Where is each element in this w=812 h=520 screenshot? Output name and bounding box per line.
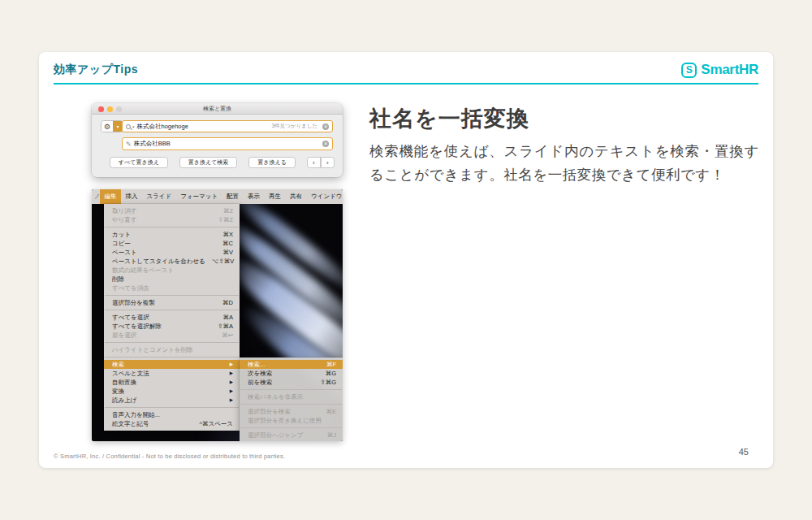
menu-item-shortcut: ⌘E: [319, 407, 336, 416]
menu-item-shortcut: ⌘F: [320, 360, 336, 369]
menu-item-label: 次を検索: [248, 369, 272, 378]
menu-item-shortcut: ⌘V: [216, 248, 233, 257]
clear-search-icon[interactable]: ✕: [322, 124, 329, 130]
submenu-arrow-icon: ▶: [230, 387, 233, 396]
menu-item-label: コピー: [112, 239, 131, 248]
menu-item-label: カット: [112, 230, 131, 239]
slide-card: 効率アップTips S SmartHR 検索と置換 ⚙ ▾ ▾ 株式会社hoge…: [39, 52, 773, 468]
menu-item-label: すべてを選択解除: [112, 322, 162, 331]
menu-item-label: 読み上げ: [112, 396, 136, 405]
menu-item-label: ペーストしてスタイルを合わせる: [112, 257, 205, 266]
minimize-button[interactable]: [107, 106, 113, 112]
page-number: 45: [729, 447, 749, 457]
find-nav-group: ‹›: [307, 157, 335, 168]
dialog-titlebar[interactable]: 検索と置換: [92, 103, 343, 115]
next-match-button[interactable]: ›: [321, 157, 335, 168]
menu-separator: [104, 224, 240, 230]
menu-item[interactable]: すべてを選択⌘A: [104, 313, 240, 322]
previous-match-button[interactable]: ‹: [307, 157, 321, 168]
menu-item-label: ペースト: [112, 248, 137, 257]
menu-separator: [240, 401, 343, 407]
edit-menu-panel: 取り消す⌘Zやり直す⇧⌘Zカット⌘Xコピー⌘Cペースト⌘Vペーストしてスタイルを…: [104, 204, 240, 431]
menu-item[interactable]: ペースト⌘V: [104, 248, 240, 257]
menu-item-shortcut: ^⌘スペース: [192, 419, 233, 428]
menubar-item[interactable]: ウインドウ: [307, 189, 343, 204]
menu-item[interactable]: 次を検索⌘G: [240, 369, 343, 378]
menubar-item[interactable]: 配置: [222, 189, 244, 204]
close-button[interactable]: [98, 106, 104, 112]
menu-item[interactable]: 絵文字と記号^⌘スペース: [104, 419, 240, 428]
replace-value[interactable]: 株式会社BBB: [134, 140, 171, 148]
gear-icon[interactable]: ⚙: [102, 121, 113, 132]
menu-item-label: 選択部分を検索: [248, 407, 291, 416]
menu-item[interactable]: 読み上げ▶: [104, 396, 240, 405]
menu-item[interactable]: 変換▶: [104, 387, 240, 396]
menubar-item[interactable]: 編集: [100, 189, 121, 204]
menubar-item[interactable]: 再生: [265, 189, 286, 204]
menu-item[interactable]: 検索...⌘F: [240, 360, 343, 369]
menu-item-label: 選択部分を置き換えに使用: [248, 416, 322, 425]
menu-item: すべてを消去: [104, 284, 240, 292]
content-body-text: 検索機能を使えば、スライド内のテキストを検索・置換することができます。社名を一括…: [369, 140, 759, 187]
clear-replace-icon[interactable]: ✕: [322, 141, 329, 147]
menu-separator: [104, 340, 240, 345]
copyright-text: © SmartHR, Inc. / Confidential - Not to …: [54, 453, 285, 460]
menu-item: 取り消す⌘Z: [104, 206, 240, 215]
menu-item-label: スペルと文法: [112, 369, 149, 378]
menubar-item[interactable]: スライド: [142, 189, 176, 204]
menu-item: 検索パネルを非表示: [240, 392, 343, 401]
menu-item[interactable]: コピー⌘C: [104, 239, 240, 248]
find-submenu-panel: 検索...⌘F次を検索⌘G前を検索⇧⌘G検索パネルを非表示選択部分を検索⌘E選択…: [240, 358, 343, 441]
slide-header: 効率アップTips S SmartHR: [54, 60, 758, 84]
menu-item-label: 検索...: [248, 360, 265, 369]
replace-all-button[interactable]: すべて置き換え: [110, 157, 168, 168]
menubar-item[interactable]: 挿入: [121, 189, 142, 204]
menu-separator: [240, 387, 343, 392]
smarthr-logo-icon: S: [681, 63, 697, 78]
traffic-lights: [98, 106, 122, 112]
menu-item-label: ハイライトとコメントを削除: [112, 345, 192, 354]
menu-item[interactable]: 前を検索⇧⌘G: [240, 378, 343, 387]
menubar-item[interactable]: 共有: [286, 189, 307, 204]
find-replace-dialog: 検索と置換 ⚙ ▾ ▾ 株式会社hogehoge 3件見つかりました ✕ ✎ 株…: [92, 103, 343, 177]
zoom-button: [116, 106, 122, 112]
search-value[interactable]: 株式会社hogehoge: [137, 123, 188, 131]
menu-item-shortcut: ⌘X: [216, 230, 233, 239]
menu-item-shortcut: ⌘D: [216, 298, 233, 307]
search-options-control[interactable]: ⚙ ▾: [101, 120, 123, 132]
menubar-item[interactable]: 表示: [244, 189, 265, 204]
page-title: 効率アップTips: [54, 63, 138, 77]
menu-item-label: 数式の結果をペースト: [112, 266, 174, 275]
submenu-arrow-icon: ▶: [230, 369, 233, 378]
menu-separator: [104, 354, 240, 360]
menu-item-label: 選択部分を複製: [112, 298, 155, 307]
menu-item[interactable]: カット⌘X: [104, 230, 240, 239]
menu-item-shortcut: ⌘A: [216, 313, 233, 322]
menu-item[interactable]: スペルと文法▶: [104, 369, 240, 378]
menu-item[interactable]: すべてを選択解除⇧⌘A: [104, 322, 240, 331]
replace-button[interactable]: 置き換える: [248, 157, 296, 168]
menu-item[interactable]: 自動置換▶: [104, 378, 240, 387]
search-input[interactable]: ▾ 株式会社hogehoge 3件見つかりました ✕: [122, 120, 333, 132]
content-heading: 社名を一括変換: [369, 104, 529, 133]
menu-separator: [240, 425, 343, 431]
menubar-item[interactable]: フォーマット: [176, 189, 222, 204]
menu-item[interactable]: ペーストしてスタイルを合わせる⌥⇧⌘V: [104, 257, 240, 266]
smarthr-logo-text: SmartHR: [701, 62, 758, 78]
search-chevron-icon[interactable]: ▾: [132, 124, 135, 129]
menu-item[interactable]: 削除: [104, 275, 240, 284]
menu-item-label: 音声入力を開始...: [112, 410, 160, 419]
menu-separator: [104, 405, 240, 410]
keynote-menu-screenshot: ノ 編集挿入スライドフォーマット配置表示再生共有ウインドウ 取り消す⌘Zやり直す…: [92, 189, 343, 441]
menu-item[interactable]: 音声入力を開始...: [104, 410, 240, 419]
menu-item-shortcut: ⌘C: [216, 239, 233, 248]
menu-item: 選択部分を置き換えに使用: [240, 416, 343, 425]
menu-item-label: 選択部分へジャンプ: [248, 431, 303, 440]
menu-item[interactable]: 選択部分を複製⌘D: [104, 298, 240, 307]
menu-item: 親を選択⌘↩: [104, 331, 240, 340]
menu-item[interactable]: 検索▶: [104, 360, 240, 369]
menu-item-shortcut: ⌘Z: [217, 206, 233, 215]
replace-input[interactable]: ✎ 株式会社BBB ✕: [122, 137, 333, 150]
replace-and-find-button[interactable]: 置き換えて検索: [179, 157, 238, 168]
menu-item-shortcut: ⌘↩: [215, 331, 233, 340]
